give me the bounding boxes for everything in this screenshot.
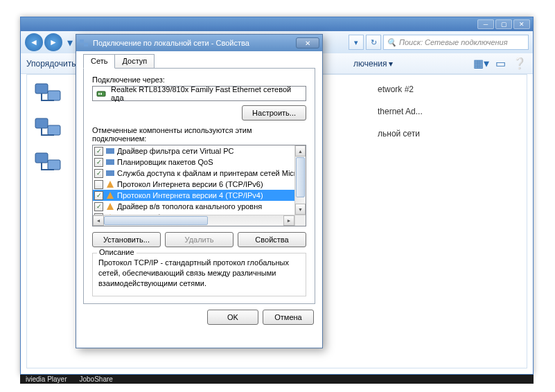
tab-network[interactable]: Сеть	[83, 54, 115, 69]
maximize-button[interactable]: ▢	[495, 19, 512, 29]
svg-rect-7	[84, 43, 88, 46]
taskbar-fragment: iviedia Player JoboShare	[20, 375, 534, 384]
taskbar-item: JoboShare	[79, 375, 112, 383]
remove-button: Удалить	[165, 232, 234, 247]
item-label[interactable]: льной сети	[378, 129, 423, 139]
components-list[interactable]: ✓Драйвер фильтра сети Virtual PC ✓Планир…	[92, 145, 306, 226]
connect-via-label: Подключение через:	[92, 75, 306, 84]
item-labels: etwork #2 thernet Ad... льной сети	[378, 80, 423, 362]
list-item[interactable]: ✓Драйвер фильтра сети Virtual PC	[93, 145, 294, 157]
dialog-footer: OK Отмена	[76, 304, 322, 330]
svg-rect-5	[48, 160, 60, 170]
icon-column	[33, 80, 66, 362]
description-text: Протокол TCP/IP - стандартный протокол г…	[98, 258, 300, 289]
description-title: Описание	[97, 248, 136, 256]
list-item[interactable]: ✓Драйвер в/в тополога канального уровня	[93, 201, 294, 212]
protocol-icon	[105, 179, 115, 189]
list-item-ipv4[interactable]: ✓Протокол Интернета версии 4 (TCP/IPv4)	[93, 190, 294, 201]
svg-rect-13	[106, 170, 114, 176]
tab-access[interactable]: Доступ	[114, 54, 155, 69]
svg-rect-1	[48, 91, 60, 100]
description-group: Описание Протокол TCP/IP - стандартный п…	[92, 253, 306, 296]
scroll-thumb[interactable]	[296, 157, 305, 197]
svg-rect-4	[35, 153, 48, 163]
svg-rect-9	[98, 93, 100, 95]
components-label: Отмеченные компоненты используются этим …	[92, 126, 306, 143]
view-button[interactable]: ▦▾	[473, 56, 488, 71]
preview-pane-button[interactable]: ▭	[493, 56, 508, 71]
scroll-up-button[interactable]: ▲	[295, 145, 306, 157]
search-icon: 🔍	[387, 38, 396, 47]
list-item[interactable]: ✓Планировщик пакетов QoS	[93, 157, 294, 168]
dialog-title: Подключение по локальной сети - Свойства	[93, 39, 296, 47]
svg-rect-2	[35, 118, 48, 128]
item-label[interactable]: thernet Ad...	[378, 107, 423, 116]
taskbar-item: iviedia Player	[26, 375, 67, 383]
protocol-icon	[105, 190, 115, 200]
help-button[interactable]: ❔	[512, 56, 527, 71]
properties-button[interactable]: Свойства	[238, 232, 306, 247]
svg-rect-3	[48, 125, 60, 135]
configure-button[interactable]: Настроить...	[242, 105, 306, 121]
tab-panel: Подключение через: Realtek RTL8139/810x …	[83, 68, 315, 304]
driver-icon	[105, 146, 115, 156]
scroll-corner	[294, 215, 306, 226]
nav-dropdown[interactable]: ▾	[349, 35, 364, 50]
scroll-down-button[interactable]: ▼	[295, 204, 306, 215]
list-item[interactable]: ✓Служба доступа к файлам и принтерам сет…	[93, 168, 294, 179]
network-icon[interactable]	[33, 80, 66, 108]
svg-rect-12	[106, 159, 114, 165]
ok-button[interactable]: OK	[207, 310, 258, 325]
network-icon[interactable]	[33, 150, 66, 177]
refresh-button[interactable]: ↻	[366, 35, 381, 50]
scroll-left-button[interactable]: ◄	[93, 215, 104, 226]
forward-button[interactable]: ►	[44, 33, 62, 51]
back-button[interactable]: ◄	[25, 33, 43, 51]
horizontal-scrollbar[interactable]: ◄ ►	[93, 215, 294, 226]
cancel-button[interactable]: Отмена	[263, 310, 314, 325]
adapter-name: Realtek RTL8139/810x Family Fast Etherne…	[111, 85, 303, 102]
search-placeholder: Поиск: Сетевые подключения	[399, 38, 508, 46]
connections-label-trunc: лючения▾	[353, 59, 393, 69]
network-icon[interactable]	[33, 115, 66, 143]
dialog-titlebar: Подключение по локальной сети - Свойства…	[76, 35, 322, 51]
history-dropdown[interactable]: ▾	[64, 35, 76, 50]
search-input[interactable]: 🔍 Поиск: Сетевые подключения	[383, 35, 529, 50]
checkbox[interactable]: ✓	[94, 180, 103, 189]
dialog-close-button[interactable]: ✕	[296, 37, 319, 48]
checkbox[interactable]: ✓	[94, 202, 103, 211]
checkbox[interactable]: ✓	[94, 191, 103, 200]
window-titlebar: ─ ▢ ✕	[21, 17, 533, 31]
service-icon	[105, 168, 115, 178]
organize-button[interactable]: Упорядочить▾	[26, 59, 81, 69]
properties-dialog: Подключение по локальной сети - Свойства…	[76, 34, 323, 348]
svg-rect-11	[106, 148, 114, 154]
svg-rect-6	[80, 39, 84, 43]
scroll-right-button[interactable]: ►	[283, 215, 294, 226]
svg-rect-0	[35, 84, 48, 93]
minimize-button[interactable]: ─	[477, 19, 494, 29]
network-icon	[79, 38, 89, 48]
checkbox[interactable]: ✓	[94, 158, 103, 167]
service-icon	[105, 157, 115, 167]
tab-strip: Сеть Доступ	[83, 54, 315, 69]
protocol-icon	[105, 202, 115, 211]
close-button[interactable]: ✕	[513, 19, 530, 29]
adapter-field[interactable]: Realtek RTL8139/810x Family Fast Etherne…	[92, 86, 306, 101]
checkbox[interactable]: ✓	[94, 147, 103, 156]
list-item-ipv6[interactable]: ✓Протокол Интернета версии 6 (TCP/IPv6)	[93, 179, 294, 190]
item-label[interactable]: etwork #2	[378, 84, 423, 94]
vertical-scrollbar[interactable]: ▲ ▼	[294, 145, 306, 215]
checkbox[interactable]: ✓	[94, 169, 103, 178]
scroll-thumb[interactable]	[104, 216, 208, 225]
install-button[interactable]: Установить...	[92, 232, 161, 247]
svg-rect-10	[100, 93, 102, 95]
adapter-icon	[96, 88, 107, 99]
